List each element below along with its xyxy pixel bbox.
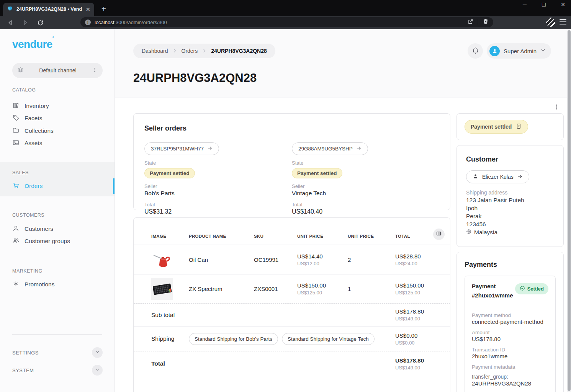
arrow-right-icon xyxy=(207,145,213,152)
line-total-cell: US$150.00 US$125.00 xyxy=(395,282,441,296)
product-image xyxy=(151,278,189,300)
sidebar-item-customer-groups[interactable]: Customer groups xyxy=(12,236,70,246)
chevron-down-icon xyxy=(95,349,100,356)
check-circle-icon xyxy=(520,286,525,292)
sidebar-divider xyxy=(12,334,102,335)
shipping-row: Shipping Standard Shipping for Bob's Par… xyxy=(134,326,450,351)
table-footer xyxy=(134,376,450,392)
sidebar-item-facets[interactable]: Facets xyxy=(12,113,43,123)
seller-total: US$140.40 xyxy=(292,208,439,215)
sales-section: SALES Orders xyxy=(0,162,115,196)
maximize-button[interactable]: ☐ xyxy=(541,2,546,8)
settings-expand-button[interactable] xyxy=(92,347,103,358)
total-label: Total xyxy=(151,360,395,367)
channel-kebab-icon[interactable] xyxy=(92,67,98,74)
customer-link[interactable]: Eliezer Kulas xyxy=(466,170,529,183)
asterisk-icon xyxy=(12,280,20,289)
column-settings-button[interactable] xyxy=(433,229,445,240)
section-title-sales: SALES xyxy=(12,170,29,175)
layers-icon xyxy=(17,67,24,75)
seller-total: US$31.32 xyxy=(144,208,292,215)
order-table-card: IMAGE PRODUCT NAME SKU UNIT PRICE UNIT P… xyxy=(133,217,450,392)
arrow-right-icon xyxy=(356,145,362,152)
page-scrollbar[interactable] xyxy=(567,29,571,392)
sidebar-item-assets[interactable]: Assets xyxy=(12,138,43,148)
folder-icon xyxy=(12,127,20,136)
address-country: Malaysia xyxy=(474,229,497,236)
history-journal-icon[interactable] xyxy=(515,123,522,131)
sidebar-item-orders[interactable]: Orders xyxy=(12,181,43,191)
section-title-catalog: CATALOG xyxy=(12,87,36,93)
sidebar-item-collections[interactable]: Collections xyxy=(12,126,54,136)
vendure-logo[interactable]: vendure° xyxy=(12,38,54,51)
bell-icon xyxy=(472,47,479,56)
reload-button[interactable] xyxy=(35,18,45,28)
brave-shield-icon[interactable] xyxy=(483,18,489,26)
address-line: 123456 xyxy=(466,221,554,228)
section-title-marketing: MARKETING xyxy=(12,268,43,274)
users-icon xyxy=(12,237,20,246)
breadcrumb-orders[interactable]: Orders xyxy=(182,48,198,54)
total-label: Total xyxy=(292,202,439,207)
shipping-address-label: Shipping address xyxy=(466,189,554,196)
amount-label: Amount xyxy=(472,330,548,335)
total-value: US$178.80 US$149.00 xyxy=(395,357,441,371)
breadcrumb-current: 24URPH8VG3A2QN28 xyxy=(211,48,267,54)
close-button[interactable]: ✕ xyxy=(560,2,566,8)
total-label: Total xyxy=(144,202,292,207)
customer-name: Eliezer Kulas xyxy=(482,174,514,180)
browser-menu-icon[interactable] xyxy=(560,19,566,24)
amount-value: US$178.80 xyxy=(472,336,548,342)
state-label: State xyxy=(144,160,292,166)
breadcrumb: Dashboard Orders 24URPH8VG3A2QN28 xyxy=(133,44,275,58)
product-name: Oil Can xyxy=(189,256,254,263)
seller-order-link[interactable]: 29G88AM9UG5BYSHP xyxy=(292,142,368,155)
quantity-cell: 1 xyxy=(348,286,395,292)
chevron-down-icon xyxy=(540,47,546,54)
share-icon[interactable] xyxy=(467,18,474,26)
chevron-right-icon xyxy=(202,48,206,54)
channel-selector[interactable]: Default channel xyxy=(12,63,103,78)
sidebar-item-customers[interactable]: Customers xyxy=(12,224,53,234)
chevron-right-icon xyxy=(173,48,177,54)
new-tab-button[interactable]: + xyxy=(99,4,109,14)
col-header-product-name: PRODUCT NAME xyxy=(189,234,254,238)
col-header-unit-price: UNIT PRICE xyxy=(297,234,348,238)
payment-method-value: connected-payment-method xyxy=(472,318,548,325)
section-title-settings: SETTINGS xyxy=(12,350,39,356)
browser-profile-avatar[interactable] xyxy=(546,17,556,27)
browser-tabstrip: 24URPH8VG3A2QN28 • Vendure ✕ + ─ ☐ ✕ xyxy=(0,0,571,16)
minimize-button[interactable]: ─ xyxy=(522,2,527,8)
total-row: Total US$178.80 US$149.00 xyxy=(134,351,450,376)
back-button[interactable] xyxy=(5,18,15,28)
vendure-admin-app: vendure° Default channel CATALOG Invento… xyxy=(0,29,571,392)
shipping-value: US$0.00 US$0.00 xyxy=(395,332,441,346)
toolbar-divider xyxy=(478,19,478,25)
address-line: Perak xyxy=(466,213,554,220)
transaction-id-label: Transaction ID xyxy=(472,347,548,353)
notifications-button[interactable] xyxy=(468,43,483,59)
forward-button[interactable] xyxy=(20,18,30,28)
scrollbar-thumb[interactable] xyxy=(568,30,571,391)
site-info-icon[interactable]: ! xyxy=(85,20,91,25)
page-actions-kebab-icon[interactable] xyxy=(552,102,561,111)
user-icon xyxy=(12,225,20,234)
state-label: State xyxy=(292,160,439,166)
system-expand-button[interactable] xyxy=(92,365,103,376)
vendure-favicon-icon xyxy=(7,5,13,13)
active-item-indicator xyxy=(113,178,115,194)
browser-tab[interactable]: 24URPH8VG3A2QN28 • Vendure ✕ xyxy=(3,3,94,16)
user-menu[interactable]: Super Admin xyxy=(487,43,551,59)
breadcrumb-dashboard[interactable]: Dashboard xyxy=(142,48,168,54)
columns-icon xyxy=(436,230,442,238)
sidebar-item-promotions[interactable]: Promotions xyxy=(12,279,54,289)
unit-price-cell: US$14.40 US$12.00 xyxy=(297,253,348,266)
product-sku: OC19991 xyxy=(254,256,297,263)
url-bar[interactable]: ! localhost:3000/admin/orders/300 xyxy=(80,17,493,27)
seller-order-link[interactable]: 37RLSP95P31MWH77 xyxy=(144,142,219,155)
sidebar-item-inventory[interactable]: Inventory xyxy=(12,101,49,111)
tab-close-icon[interactable]: ✕ xyxy=(85,7,90,12)
tag-icon xyxy=(12,114,20,123)
seller-name: Bob's Parts xyxy=(144,190,292,197)
payment-metadata-label: Payment metadata xyxy=(472,364,548,370)
